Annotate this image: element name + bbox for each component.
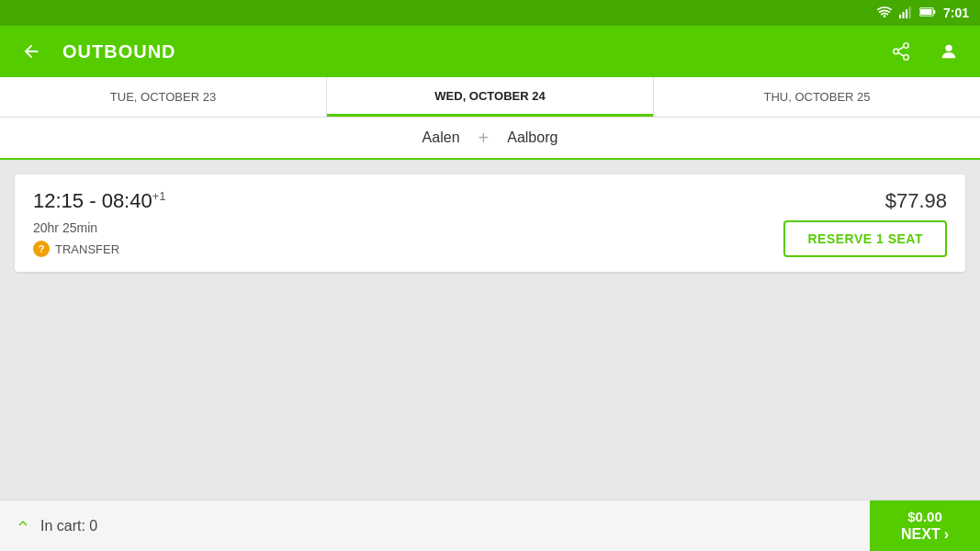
svg-point-0: [884, 15, 886, 17]
next-button-price: $0.00: [907, 509, 942, 524]
date-prev[interactable]: TUE, OCTOBER 23: [0, 77, 326, 117]
svg-rect-2: [902, 12, 904, 18]
svg-point-9: [894, 49, 899, 54]
route-from[interactable]: Aalen: [404, 118, 479, 158]
main-content: 12:15 - 08:40+1 $77.98 20hr 25min ? TRAN…: [0, 160, 980, 500]
share-button[interactable]: [884, 35, 918, 68]
svg-rect-7: [920, 8, 931, 14]
date-active[interactable]: WED, OCTOBER 24: [327, 77, 653, 117]
date-navigation: TUE, OCTOBER 23 WED, OCTOBER 24 THU, OCT…: [0, 77, 980, 118]
svg-rect-1: [899, 14, 901, 17]
svg-line-11: [898, 52, 904, 56]
reserve-button[interactable]: RESERVE 1 SEAT: [783, 220, 947, 257]
cart-info: In cart: 0: [0, 515, 870, 536]
cart-text: In cart: 0: [40, 518, 97, 534]
trip-duration: 20hr 25min: [33, 220, 119, 235]
svg-rect-6: [933, 9, 935, 13]
transfer-icon: ?: [33, 241, 50, 257]
date-next[interactable]: THU, OCTOBER 25: [654, 77, 980, 117]
svg-rect-3: [906, 9, 907, 18]
transfer-label: TRANSFER: [55, 242, 119, 256]
status-time: 7:01: [943, 6, 969, 20]
svg-rect-4: [908, 6, 910, 18]
trip-departure: 12:15: [33, 189, 84, 212]
status-bar: 7:01: [0, 0, 980, 26]
trip-transfer-row: ? TRANSFER: [33, 241, 119, 257]
next-chevron: ›: [944, 526, 949, 543]
trip-card-bottom: 20hr 25min ? TRANSFER RESERVE 1 SEAT: [33, 220, 947, 257]
bottom-bar: In cart: 0 $0.00 NEXT ›: [0, 500, 980, 551]
trip-info-left: 20hr 25min ? TRANSFER: [33, 220, 119, 257]
route-to[interactable]: Aalborg: [489, 118, 576, 158]
next-button-label: NEXT ›: [901, 526, 949, 543]
battery-icon: [919, 6, 936, 20]
toolbar: OUTBOUND: [0, 26, 980, 77]
route-tabs: Aalen + Aalborg: [0, 118, 980, 160]
trip-card: 12:15 - 08:40+1 $77.98 20hr 25min ? TRAN…: [15, 174, 965, 272]
svg-point-13: [945, 45, 952, 51]
next-button[interactable]: $0.00 NEXT ›: [870, 500, 980, 552]
svg-line-12: [898, 47, 904, 51]
route-separator: +: [479, 128, 490, 149]
trip-price: $77.98: [885, 189, 947, 213]
trip-time-separator: -: [89, 189, 101, 212]
signal-icon: [899, 6, 912, 21]
profile-button[interactable]: [932, 35, 965, 68]
trip-time: 12:15 - 08:40+1: [33, 189, 166, 213]
back-button[interactable]: [15, 35, 48, 68]
cart-expand-icon[interactable]: [15, 515, 31, 536]
svg-point-10: [904, 55, 909, 60]
trip-arrival: 08:40: [102, 189, 152, 212]
trip-card-top: 12:15 - 08:40+1 $77.98: [33, 189, 947, 213]
svg-point-8: [904, 43, 909, 49]
toolbar-title: OUTBOUND: [62, 41, 870, 62]
wifi-icon: [877, 6, 892, 21]
trip-arrival-sup: +1: [152, 189, 166, 203]
